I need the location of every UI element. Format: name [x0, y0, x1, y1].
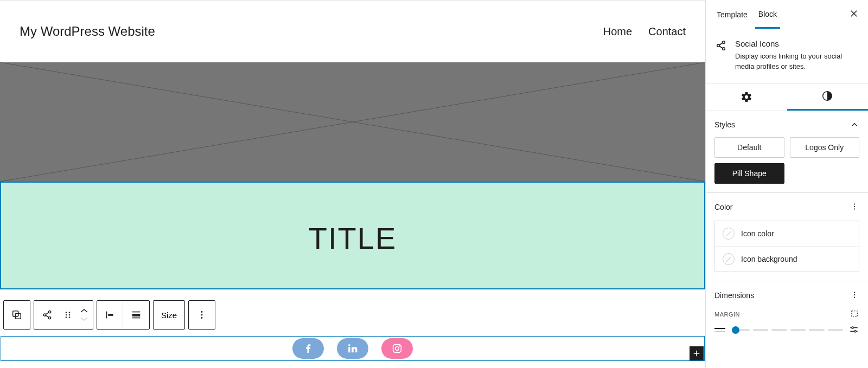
icon-color-control[interactable]: Icon color — [715, 221, 859, 246]
toolbar-group-parent — [3, 300, 30, 330]
styles-panel: Styles Default Logos Only Pill Shape — [706, 111, 868, 193]
svg-point-44 — [854, 296, 855, 298]
svg-line-36 — [719, 43, 723, 45]
drag-handle[interactable] — [60, 301, 75, 329]
styles-icon — [821, 90, 833, 102]
margin-side-icon — [714, 328, 725, 332]
align-button[interactable] — [123, 301, 149, 329]
svg-rect-45 — [852, 311, 858, 317]
placeholder-cross-icon — [0, 62, 705, 182]
margin-custom-button[interactable] — [848, 324, 859, 337]
svg-point-21 — [201, 311, 203, 313]
color-panel-header: Color — [714, 202, 859, 213]
drag-icon — [63, 310, 73, 320]
linkedin-icon — [347, 343, 359, 354]
svg-point-22 — [201, 314, 203, 316]
margin-control[interactable] — [714, 324, 859, 337]
more-vertical-icon — [850, 290, 859, 300]
subtab-styles[interactable] — [787, 83, 869, 111]
share-icon — [714, 39, 727, 52]
svg-rect-17 — [108, 314, 113, 316]
block-description: Display icons linking to your social med… — [735, 51, 859, 72]
svg-point-43 — [854, 294, 855, 295]
empty-swatch-icon — [723, 253, 735, 265]
toolbar-group-align — [97, 300, 150, 330]
featured-image-placeholder[interactable] — [0, 62, 705, 182]
styles-panel-toggle[interactable]: Styles — [714, 120, 859, 130]
share-icon — [41, 309, 53, 321]
social-linkedin[interactable] — [337, 338, 368, 359]
color-options-button[interactable] — [850, 202, 859, 213]
editor-canvas: My WordPress Website Home Contact TITLE — [0, 0, 705, 368]
svg-point-11 — [69, 312, 70, 313]
social-icons-block[interactable] — [1, 336, 705, 361]
align-full-icon — [130, 309, 142, 321]
sliders-icon — [848, 324, 859, 335]
size-button[interactable]: Size — [154, 301, 184, 329]
svg-rect-24 — [348, 347, 350, 352]
unlink-sides-icon — [850, 309, 859, 319]
margin-link-sides-button[interactable] — [850, 309, 859, 320]
margin-label: MARGIN — [714, 311, 740, 318]
svg-point-41 — [854, 208, 855, 209]
align-left-icon — [104, 309, 116, 321]
nav-link-contact[interactable]: Contact — [648, 25, 686, 38]
tab-block[interactable]: Block — [755, 1, 780, 29]
close-sidebar-button[interactable] — [847, 9, 860, 20]
move-buttons[interactable] — [75, 301, 93, 329]
close-icon — [849, 9, 859, 18]
tab-template[interactable]: Template — [713, 1, 751, 28]
more-vertical-icon — [850, 202, 859, 211]
svg-line-8 — [46, 312, 49, 314]
styles-title: Styles — [714, 120, 735, 129]
select-parent-button[interactable] — [4, 301, 30, 329]
nav-link-home[interactable]: Home — [603, 25, 632, 38]
color-title: Color — [714, 203, 732, 211]
svg-point-27 — [395, 347, 399, 351]
dimensions-panel-header: Dimensions — [714, 290, 859, 301]
settings-sidebar: Template Block Social Icons Display icon… — [705, 0, 868, 368]
toolbar-group-more — [188, 300, 215, 330]
style-logos-only[interactable]: Logos Only — [790, 137, 860, 158]
svg-point-13 — [69, 314, 70, 315]
plus-icon — [692, 348, 701, 358]
subtab-settings[interactable] — [706, 83, 787, 111]
dimensions-panel: Dimensions MARGIN — [706, 281, 868, 345]
svg-line-9 — [46, 315, 49, 318]
site-header: My WordPress Website Home Contact — [0, 1, 705, 62]
facebook-icon — [302, 343, 314, 354]
svg-point-42 — [854, 292, 855, 293]
chevron-up-icon — [850, 120, 859, 130]
copy-icon — [11, 309, 23, 321]
title-block-selected[interactable]: TITLE — [0, 182, 705, 289]
color-panel: Color Icon color Icon background — [706, 193, 868, 281]
add-block-button[interactable] — [690, 346, 704, 360]
site-title[interactable]: My WordPress Website — [20, 24, 155, 39]
dimensions-options-button[interactable] — [850, 290, 859, 301]
toolbar-group-block — [34, 300, 93, 330]
svg-point-40 — [854, 206, 855, 207]
inspector-subtabs — [706, 83, 868, 111]
more-options-button[interactable] — [189, 301, 215, 329]
svg-point-49 — [854, 330, 856, 332]
style-default[interactable]: Default — [714, 137, 784, 158]
post-title[interactable]: TITLE — [1, 221, 704, 256]
justify-button[interactable] — [97, 301, 123, 329]
block-type-button[interactable] — [34, 301, 60, 329]
navigation: Home Contact — [603, 25, 686, 38]
icon-bg-label: Icon background — [741, 255, 797, 263]
social-instagram[interactable] — [381, 338, 413, 359]
block-name: Social Icons — [735, 39, 859, 48]
block-card: Social Icons Display icons linking to yo… — [706, 29, 868, 83]
svg-rect-19 — [132, 314, 141, 317]
chevron-down-icon — [80, 316, 88, 321]
icon-background-control[interactable]: Icon background — [715, 246, 859, 272]
more-vertical-icon — [196, 309, 208, 321]
svg-point-47 — [852, 327, 853, 328]
style-pill-shape[interactable]: Pill Shape — [714, 163, 784, 184]
svg-point-25 — [348, 344, 350, 346]
margin-slider[interactable] — [731, 328, 843, 332]
svg-point-23 — [201, 317, 203, 319]
social-facebook[interactable] — [292, 338, 324, 359]
svg-point-10 — [66, 312, 67, 313]
